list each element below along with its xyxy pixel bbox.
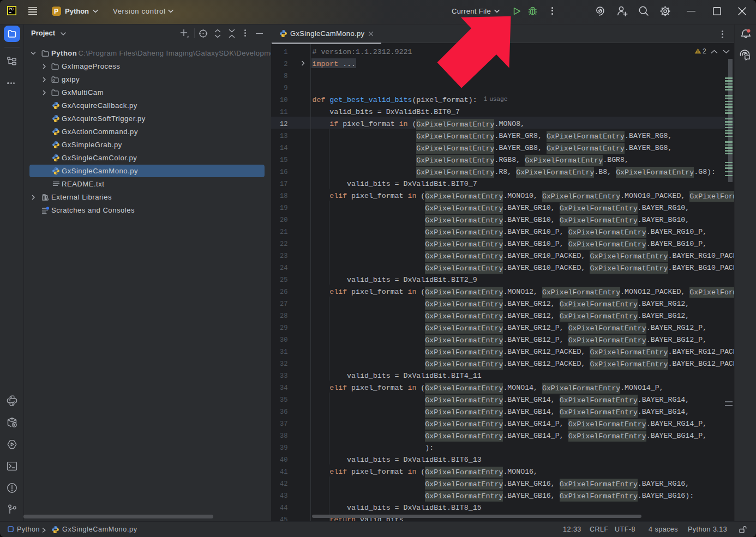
svg-text:PC: PC	[9, 7, 14, 11]
